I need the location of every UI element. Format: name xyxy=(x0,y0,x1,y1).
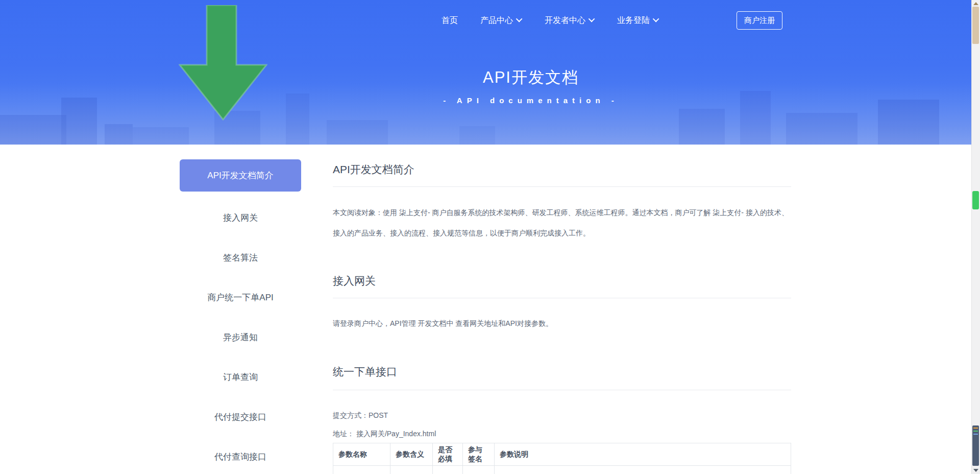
nav-login-label: 业务登陆 xyxy=(617,15,650,26)
gateway-address-line: 地址： 接入网关/Pay_Index.html xyxy=(333,430,436,439)
section-heading-intro: API开发文档简介 xyxy=(333,162,414,177)
main-nav: 首页 产品中心 开发者中心 业务登陆 商户注册 xyxy=(442,11,782,30)
scrollbar-up-arrow-icon[interactable] xyxy=(973,2,978,5)
sidebar-item-payout-query[interactable]: 代付查询接口 xyxy=(180,451,301,463)
hero-banner: 首页 产品中心 开发者中心 业务登陆 商户注册 API开发文档 - API do… xyxy=(0,0,971,145)
merchant-register-button[interactable]: 商户注册 xyxy=(737,11,782,30)
nav-developer-label: 开发者中心 xyxy=(545,15,585,26)
divider xyxy=(333,298,791,298)
down-arrow-graphic xyxy=(179,5,267,121)
sidebar-item-payout-submit[interactable]: 代付提交接口 xyxy=(180,411,301,423)
sidebar-item-order-query[interactable]: 订单查询 xyxy=(180,371,301,383)
col-param-description: 参数说明 xyxy=(495,443,791,466)
chevron-down-icon xyxy=(653,16,659,22)
chevron-down-icon xyxy=(589,16,595,22)
nav-home-label: 首页 xyxy=(442,15,458,26)
sidebar-item-unified-order-api[interactable]: 商户统一下单API xyxy=(180,292,301,303)
scrollbar-marker-slate xyxy=(972,425,979,466)
page-subtitle: - API documentation - xyxy=(378,96,684,105)
section-heading-unified-order: 统一下单接口 xyxy=(333,365,397,379)
chevron-down-icon xyxy=(516,16,523,22)
nav-item-business-login[interactable]: 业务登陆 xyxy=(617,15,659,26)
col-signed: 参与签名 xyxy=(463,443,495,466)
table-row xyxy=(333,466,791,474)
sidebar-item-async-notify[interactable]: 异步通知 xyxy=(180,331,301,343)
page-title: API开发文档 xyxy=(378,67,684,88)
hero-title-block: API开发文档 - API documentation - xyxy=(378,67,684,105)
scrollbar-thumb[interactable] xyxy=(972,7,979,44)
nav-products-label: 产品中心 xyxy=(480,15,513,26)
col-param-meaning: 参数含义 xyxy=(390,443,433,466)
sidebar-item-api-intro[interactable]: API开发文档简介 xyxy=(180,159,301,192)
scrollbar-track[interactable] xyxy=(971,0,980,474)
scrollbar-marker-green xyxy=(972,191,979,209)
parameter-table: 参数名称 参数含义 是否必填 参与签名 参数说明 xyxy=(333,443,791,474)
nav-item-home[interactable]: 首页 xyxy=(442,15,458,26)
col-required: 是否必填 xyxy=(433,443,463,466)
sidebar-item-gateway[interactable]: 接入网关 xyxy=(180,212,301,224)
nav-item-developer-center[interactable]: 开发者中心 xyxy=(545,15,595,26)
nav-item-products[interactable]: 产品中心 xyxy=(480,15,522,26)
submit-method-line: 提交方式：POST xyxy=(333,411,388,420)
divider xyxy=(333,186,791,187)
intro-paragraph: 本文阅读对象：使用 柒上支付- 商户自服务系统的技术架构师、研发工程师、系统运维… xyxy=(333,202,791,243)
page: 首页 产品中心 开发者中心 业务登陆 商户注册 API开发文档 - API do… xyxy=(0,0,980,474)
divider xyxy=(333,390,791,390)
scrollbar-down-arrow-icon[interactable] xyxy=(973,469,978,472)
col-param-name: 参数名称 xyxy=(333,443,390,466)
table-header-row: 参数名称 参数含义 是否必填 参与签名 参数说明 xyxy=(333,443,791,466)
gateway-paragraph: 请登录商户中心，API管理 开发文档中 查看网关地址和API对接参数。 xyxy=(333,319,553,328)
section-heading-gateway: 接入网关 xyxy=(333,274,376,288)
sidebar-item-signature[interactable]: 签名算法 xyxy=(180,252,301,264)
